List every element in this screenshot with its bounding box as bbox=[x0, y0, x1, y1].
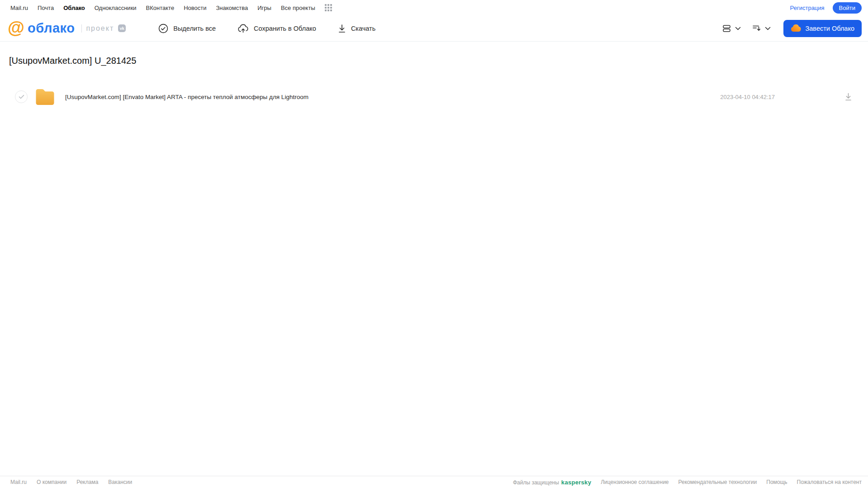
save-to-cloud-button[interactable]: Сохранить в Облако bbox=[237, 24, 316, 33]
project-vk-label: проект vk bbox=[81, 24, 126, 33]
cloud-icon bbox=[791, 24, 801, 32]
file-row[interactable]: [UsupovMarket.com] [Envato Market] ARTA … bbox=[0, 86, 868, 108]
login-button[interactable]: Войти bbox=[833, 2, 862, 14]
sort-button[interactable] bbox=[752, 24, 771, 33]
chevron-down-icon bbox=[735, 27, 741, 30]
footer-link-ads[interactable]: Реклама bbox=[76, 479, 98, 485]
footer-link-mailru[interactable]: Mail.ru bbox=[10, 479, 27, 485]
top-nav-bar: Mail.ru Почта Облако Одноклассники ВКонт… bbox=[0, 0, 868, 15]
download-label: Скачать bbox=[351, 25, 375, 32]
logo-divider bbox=[81, 24, 82, 33]
select-all-label: Выделить все bbox=[173, 25, 216, 32]
project-label: проект bbox=[86, 24, 114, 33]
top-nav-igry[interactable]: Игры bbox=[257, 5, 271, 11]
footer: Mail.ru О компании Реклама Вакансии Файл… bbox=[0, 476, 868, 488]
page-title: [UsupovMarket.com] U_281425 bbox=[9, 56, 868, 66]
all-projects-grid-icon[interactable] bbox=[325, 4, 332, 11]
vk-badge-icon: vk bbox=[118, 24, 126, 32]
kaspersky-logo: kaspersky bbox=[561, 479, 591, 486]
footer-link-jobs[interactable]: Вакансии bbox=[108, 479, 132, 485]
auth-area: Регистрация Войти bbox=[790, 2, 862, 14]
file-name[interactable]: [UsupovMarket.com] [Envato Market] ARTA … bbox=[65, 94, 308, 100]
get-cloud-button[interactable]: Завести Облако bbox=[783, 20, 862, 37]
chevron-down-icon bbox=[765, 27, 771, 30]
footer-link-license[interactable]: Лицензионное соглашение bbox=[601, 479, 669, 485]
file-checkbox[interactable] bbox=[15, 90, 28, 103]
select-all-button[interactable]: Выделить все bbox=[158, 24, 216, 33]
top-nav-vse-proekty[interactable]: Все проекты bbox=[281, 5, 315, 11]
cloud-logo[interactable]: @ облако bbox=[8, 20, 75, 37]
main-content: [UsupovMarket.com] U_281425 [UsupovMarke… bbox=[0, 56, 868, 108]
sort-icon bbox=[752, 24, 761, 33]
footer-link-report[interactable]: Пожаловаться на контент bbox=[797, 479, 862, 485]
cloud-upload-icon bbox=[237, 24, 249, 33]
cloud-logo-text: облако bbox=[28, 21, 75, 36]
footer-right-links: Файлы защищены kaspersky Лицензионное со… bbox=[513, 479, 862, 486]
portal-links: Mail.ru Почта Облако Одноклассники ВКонт… bbox=[10, 4, 332, 11]
view-switcher-icon bbox=[722, 24, 731, 33]
footer-link-help[interactable]: Помощь bbox=[766, 479, 787, 485]
top-nav-novosti[interactable]: Новости bbox=[184, 5, 206, 11]
file-actions-toolbar: Выделить все Сохранить в Облако Скачать bbox=[158, 24, 375, 33]
download-button[interactable]: Скачать bbox=[338, 24, 375, 33]
download-icon bbox=[338, 24, 346, 33]
footer-link-recommendations[interactable]: Рекомендательные технологии bbox=[678, 479, 757, 485]
header-right-controls: Завести Облако bbox=[722, 20, 862, 37]
registration-link[interactable]: Регистрация bbox=[790, 5, 825, 11]
folder-icon bbox=[35, 88, 55, 105]
file-date: 2023-04-10 04:42:17 bbox=[720, 94, 775, 100]
footer-link-about[interactable]: О компании bbox=[37, 479, 66, 485]
save-to-cloud-label: Сохранить в Облако bbox=[254, 25, 316, 32]
mailru-at-icon: @ bbox=[8, 19, 24, 36]
kaspersky-protection: Файлы защищены kaspersky bbox=[513, 479, 591, 486]
header-bar: @ облако проект vk Выделить все Сохранит… bbox=[0, 15, 868, 42]
view-switcher-button[interactable] bbox=[722, 24, 741, 33]
check-circle-icon bbox=[158, 24, 168, 33]
top-nav-vkontakte[interactable]: ВКонтакте bbox=[146, 5, 175, 11]
footer-left-links: Mail.ru О компании Реклама Вакансии bbox=[10, 479, 132, 485]
checkmark-icon bbox=[19, 95, 24, 99]
top-nav-odnoklassniki[interactable]: Одноклассники bbox=[95, 5, 137, 11]
top-nav-znakomstva[interactable]: Знакомства bbox=[216, 5, 248, 11]
get-cloud-label: Завести Облако bbox=[806, 25, 854, 32]
file-download-icon[interactable] bbox=[844, 93, 852, 101]
top-nav-mailru[interactable]: Mail.ru bbox=[10, 5, 28, 11]
protected-label: Файлы защищены bbox=[513, 479, 559, 486]
top-nav-oblako[interactable]: Облако bbox=[63, 5, 85, 11]
top-nav-pochta[interactable]: Почта bbox=[38, 5, 54, 11]
